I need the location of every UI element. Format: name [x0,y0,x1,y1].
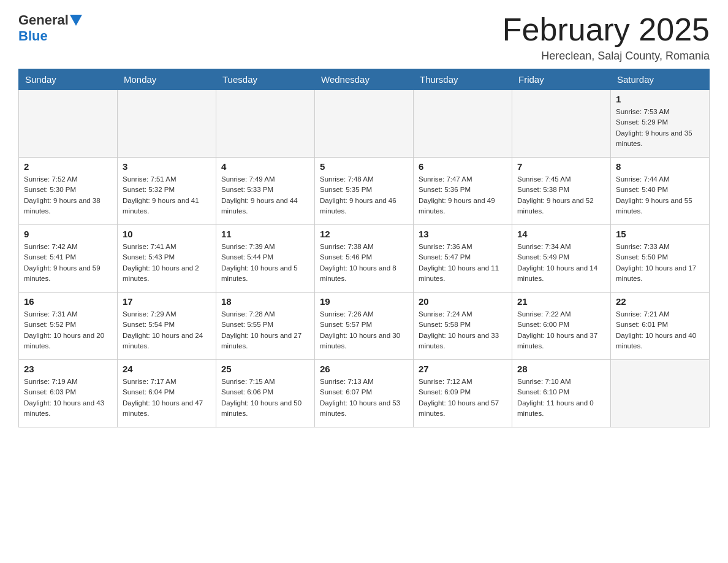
calendar-cell: 18Sunrise: 7:28 AMSunset: 5:55 PMDayligh… [216,293,315,360]
day-info: Sunrise: 7:33 AMSunset: 5:50 PMDaylight:… [616,242,704,284]
logo-general-text: General [18,12,69,28]
calendar-cell: 21Sunrise: 7:22 AMSunset: 6:00 PMDayligh… [512,293,611,360]
day-info: Sunrise: 7:48 AMSunset: 5:35 PMDaylight:… [320,174,408,216]
day-number: 27 [419,364,507,374]
day-info: Sunrise: 7:42 AMSunset: 5:41 PMDaylight:… [24,242,112,284]
day-info: Sunrise: 7:41 AMSunset: 5:43 PMDaylight:… [123,242,211,284]
weekday-header-thursday: Thursday [414,69,512,90]
calendar-cell: 10Sunrise: 7:41 AMSunset: 5:43 PMDayligh… [118,225,216,293]
calendar-cell: 4Sunrise: 7:49 AMSunset: 5:33 PMDaylight… [216,158,315,225]
logo-triangle-icon [70,15,82,26]
calendar-cell: 17Sunrise: 7:29 AMSunset: 5:54 PMDayligh… [118,293,216,360]
weekday-header-friday: Friday [512,69,611,90]
calendar-cell: 22Sunrise: 7:21 AMSunset: 6:01 PMDayligh… [611,293,710,360]
calendar-week-row: 1Sunrise: 7:53 AMSunset: 5:29 PMDaylight… [19,90,710,158]
day-info: Sunrise: 7:47 AMSunset: 5:36 PMDaylight:… [419,174,507,216]
weekday-header-tuesday: Tuesday [216,69,315,90]
day-number: 17 [123,296,211,307]
day-info: Sunrise: 7:51 AMSunset: 5:32 PMDaylight:… [123,174,211,216]
calendar-cell [19,90,118,158]
day-info: Sunrise: 7:24 AMSunset: 5:58 PMDaylight:… [419,309,507,351]
day-number: 19 [320,296,408,307]
weekday-header-wednesday: Wednesday [315,69,414,90]
day-info: Sunrise: 7:10 AMSunset: 6:10 PMDaylight:… [517,377,605,419]
day-number: 18 [221,296,309,307]
day-info: Sunrise: 7:19 AMSunset: 6:03 PMDaylight:… [24,377,112,419]
day-info: Sunrise: 7:45 AMSunset: 5:38 PMDaylight:… [517,174,605,216]
day-number: 12 [320,229,408,239]
day-number: 13 [419,229,507,239]
day-info: Sunrise: 7:17 AMSunset: 6:04 PMDaylight:… [123,377,211,419]
calendar-cell [118,90,216,158]
day-number: 8 [616,161,704,172]
day-info: Sunrise: 7:21 AMSunset: 6:01 PMDaylight:… [616,309,704,351]
page-header: General Blue February 2025 Hereclean, Sa… [18,12,710,63]
day-number: 16 [24,296,112,307]
weekday-header-sunday: Sunday [19,69,118,90]
calendar-week-row: 2Sunrise: 7:52 AMSunset: 5:30 PMDaylight… [19,158,710,225]
calendar-cell [315,90,414,158]
day-info: Sunrise: 7:15 AMSunset: 6:06 PMDaylight:… [221,377,309,419]
calendar-cell [414,90,512,158]
calendar-table: SundayMondayTuesdayWednesdayThursdayFrid… [18,69,710,427]
calendar-cell [216,90,315,158]
day-info: Sunrise: 7:52 AMSunset: 5:30 PMDaylight:… [24,174,112,216]
day-info: Sunrise: 7:53 AMSunset: 5:29 PMDaylight:… [616,107,704,149]
day-info: Sunrise: 7:39 AMSunset: 5:44 PMDaylight:… [221,242,309,284]
calendar-cell: 25Sunrise: 7:15 AMSunset: 6:06 PMDayligh… [216,360,315,427]
calendar-cell: 5Sunrise: 7:48 AMSunset: 5:35 PMDaylight… [315,158,414,225]
calendar-cell [611,360,710,427]
calendar-cell: 28Sunrise: 7:10 AMSunset: 6:10 PMDayligh… [512,360,611,427]
day-info: Sunrise: 7:26 AMSunset: 5:57 PMDaylight:… [320,309,408,351]
day-number: 24 [123,364,211,374]
weekday-header-saturday: Saturday [611,69,710,90]
day-info: Sunrise: 7:29 AMSunset: 5:54 PMDaylight:… [123,309,211,351]
calendar-cell: 15Sunrise: 7:33 AMSunset: 5:50 PMDayligh… [611,225,710,293]
calendar-cell [512,90,611,158]
calendar-cell: 27Sunrise: 7:12 AMSunset: 6:09 PMDayligh… [414,360,512,427]
weekday-header-monday: Monday [118,69,216,90]
day-info: Sunrise: 7:38 AMSunset: 5:46 PMDaylight:… [320,242,408,284]
day-info: Sunrise: 7:36 AMSunset: 5:47 PMDaylight:… [419,242,507,284]
day-number: 3 [123,161,211,172]
calendar-cell: 14Sunrise: 7:34 AMSunset: 5:49 PMDayligh… [512,225,611,293]
calendar-week-row: 9Sunrise: 7:42 AMSunset: 5:41 PMDaylight… [19,225,710,293]
calendar-week-row: 16Sunrise: 7:31 AMSunset: 5:52 PMDayligh… [19,293,710,360]
day-number: 11 [221,229,309,239]
calendar-cell: 24Sunrise: 7:17 AMSunset: 6:04 PMDayligh… [118,360,216,427]
logo: General Blue [18,12,83,44]
day-number: 15 [616,229,704,239]
day-info: Sunrise: 7:13 AMSunset: 6:07 PMDaylight:… [320,377,408,419]
day-info: Sunrise: 7:34 AMSunset: 5:49 PMDaylight:… [517,242,605,284]
day-number: 10 [123,229,211,239]
calendar-cell: 6Sunrise: 7:47 AMSunset: 5:36 PMDaylight… [414,158,512,225]
location-subtitle: Hereclean, Salaj County, Romania [502,50,710,63]
calendar-cell: 19Sunrise: 7:26 AMSunset: 5:57 PMDayligh… [315,293,414,360]
day-number: 28 [517,364,605,374]
day-number: 9 [24,229,112,239]
day-number: 2 [24,161,112,172]
calendar-cell: 20Sunrise: 7:24 AMSunset: 5:58 PMDayligh… [414,293,512,360]
day-number: 23 [24,364,112,374]
day-info: Sunrise: 7:12 AMSunset: 6:09 PMDaylight:… [419,377,507,419]
day-number: 25 [221,364,309,374]
day-number: 7 [517,161,605,172]
day-number: 14 [517,229,605,239]
weekday-header-row: SundayMondayTuesdayWednesdayThursdayFrid… [19,69,710,90]
calendar-cell: 13Sunrise: 7:36 AMSunset: 5:47 PMDayligh… [414,225,512,293]
calendar-cell: 8Sunrise: 7:44 AMSunset: 5:40 PMDaylight… [611,158,710,225]
logo-blue-text: Blue [18,28,48,44]
title-block: February 2025 Hereclean, Salaj County, R… [502,12,710,63]
calendar-cell: 9Sunrise: 7:42 AMSunset: 5:41 PMDaylight… [19,225,118,293]
calendar-cell: 1Sunrise: 7:53 AMSunset: 5:29 PMDaylight… [611,90,710,158]
day-info: Sunrise: 7:22 AMSunset: 6:00 PMDaylight:… [517,309,605,351]
calendar-cell: 2Sunrise: 7:52 AMSunset: 5:30 PMDaylight… [19,158,118,225]
day-number: 5 [320,161,408,172]
calendar-cell: 12Sunrise: 7:38 AMSunset: 5:46 PMDayligh… [315,225,414,293]
calendar-cell: 3Sunrise: 7:51 AMSunset: 5:32 PMDaylight… [118,158,216,225]
day-number: 1 [616,94,704,104]
day-number: 20 [419,296,507,307]
calendar-cell: 7Sunrise: 7:45 AMSunset: 5:38 PMDaylight… [512,158,611,225]
day-number: 26 [320,364,408,374]
day-number: 4 [221,161,309,172]
